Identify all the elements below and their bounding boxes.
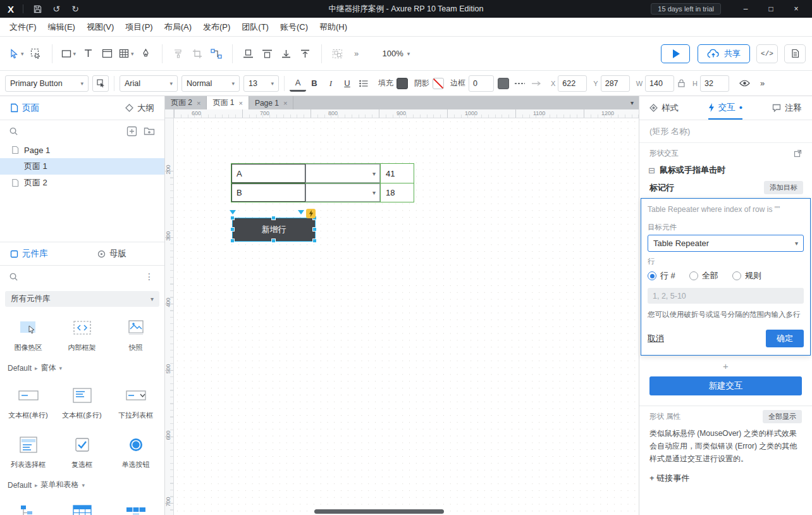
border-width-input[interactable] <box>469 75 494 92</box>
widget-inline-frame[interactable]: 内部框架 <box>55 312 109 352</box>
zoom-dropdown[interactable]: 100% ▾ <box>378 46 415 61</box>
close-tab-icon[interactable]: × <box>283 99 287 107</box>
collapse-icon[interactable]: ⊟ <box>648 166 655 175</box>
tab-masters[interactable]: 母版 <box>97 248 126 259</box>
add-target-button[interactable]: 添加目标 <box>764 181 803 194</box>
widget-snapshot[interactable]: 快照 <box>109 312 163 352</box>
menu-view[interactable]: 视图(V) <box>81 18 120 37</box>
event-header[interactable]: ⊟ 鼠标或手指单击时 <box>639 163 812 180</box>
underline-button[interactable]: U <box>339 75 355 92</box>
bullet-list-button[interactable] <box>355 75 372 92</box>
row-droplist[interactable]: ▾ <box>305 183 380 202</box>
repeater-row[interactable]: A ▾ 41 <box>231 164 414 183</box>
add-row-button-widget[interactable]: 新增行 <box>233 218 315 241</box>
selection-handle[interactable] <box>271 239 276 243</box>
format-painter-button[interactable] <box>169 44 188 64</box>
tab-outline[interactable]: 大纲 <box>125 102 154 114</box>
widget-hotspot[interactable]: 图像热区 <box>1 312 55 352</box>
close-tab-icon[interactable]: × <box>197 99 200 107</box>
close-tab-icon[interactable]: × <box>238 99 242 107</box>
group-button[interactable] <box>328 44 347 64</box>
cancel-button[interactable]: 取消 <box>648 333 664 344</box>
widget-list-box[interactable]: 列表选择框 <box>1 429 55 469</box>
arrow-style-button[interactable] <box>528 75 544 92</box>
action-summary[interactable]: Table Repeater where index of row is "" <box>648 204 804 218</box>
selection-handle[interactable] <box>312 239 317 243</box>
selection-handle[interactable] <box>312 227 317 232</box>
selection-handle[interactable] <box>271 216 276 220</box>
search-icon[interactable] <box>9 127 18 136</box>
font-color-button[interactable]: A <box>290 75 306 92</box>
widget-text-field[interactable]: 文本框(单行) <box>1 380 55 420</box>
widget-classic-table[interactable]: 经典表格 <box>55 497 109 515</box>
interaction-lightning-badge[interactable] <box>306 209 316 218</box>
menu-team[interactable]: 团队(T) <box>236 18 274 37</box>
save-icon[interactable] <box>32 4 42 14</box>
menu-publish[interactable]: 发布(P) <box>197 18 236 37</box>
close-button[interactable]: × <box>785 1 807 16</box>
library-group-header[interactable]: Default ▸ 菜单和表格 ▾ <box>0 469 164 492</box>
stylebar-more-button[interactable]: » <box>760 78 765 88</box>
visibility-eye-icon[interactable] <box>739 80 750 87</box>
horizontal-scrollbar-thumb[interactable] <box>314 509 444 514</box>
widget-text-area[interactable]: 文本框(多行) <box>55 380 109 420</box>
maximize-button[interactable]: □ <box>760 1 782 16</box>
font-family-dropdown[interactable]: Arial ▾ <box>120 75 178 92</box>
shadow-swatch[interactable] <box>433 78 444 89</box>
link-events-button[interactable]: + 链接事件 <box>639 465 812 492</box>
target-widget-dropdown[interactable]: Table Repeater ▾ <box>648 235 804 252</box>
fill-color-swatch[interactable] <box>397 78 408 89</box>
doc-tab[interactable]: 页面 2 × <box>165 96 207 109</box>
page-item[interactable]: Page 1 <box>0 142 164 158</box>
crop-tool-button[interactable] <box>188 44 207 64</box>
undo-icon[interactable]: ↺ <box>51 4 61 14</box>
page-item-selected[interactable]: 页面 1 <box>0 158 164 175</box>
add-folder-button[interactable] <box>143 125 156 137</box>
italic-button[interactable]: I <box>323 75 339 92</box>
widget-droplist[interactable]: 下拉列表框 <box>109 380 163 420</box>
row-droplist[interactable]: ▾ <box>305 164 380 183</box>
tab-style[interactable]: 样式 <box>649 96 679 120</box>
redo-icon[interactable]: ↻ <box>70 4 80 14</box>
border-style-button[interactable] <box>512 75 528 92</box>
selection-handle[interactable] <box>230 227 235 232</box>
selection-handle[interactable] <box>230 239 235 243</box>
toolbar-more-button[interactable]: » <box>347 44 366 64</box>
code-export-button[interactable]: </> <box>756 44 778 63</box>
search-icon[interactable] <box>9 272 18 282</box>
radio-all[interactable]: 全部 <box>689 270 718 282</box>
library-group-header[interactable]: Default ▸ 窗体 ▾ <box>0 352 164 375</box>
menu-help[interactable]: 帮助(H) <box>314 18 353 37</box>
row-value-cell[interactable]: 41 <box>380 164 414 183</box>
menu-file[interactable]: 文件(F) <box>4 18 42 37</box>
selection-handle[interactable] <box>230 216 235 220</box>
add-page-button[interactable] <box>125 125 138 137</box>
pen-tool-button[interactable] <box>137 44 156 64</box>
repeater-row[interactable]: B ▾ 18 <box>231 183 414 202</box>
library-filter-dropdown[interactable]: 所有元件库 ▾ <box>5 291 159 307</box>
doc-tab-active[interactable]: 页面 1 × <box>207 96 249 109</box>
width-input[interactable] <box>645 75 674 92</box>
widget-checkbox[interactable]: 复选框 <box>55 429 109 469</box>
style-preset-dropdown[interactable]: Primary Button ▾ <box>5 75 89 92</box>
select-tool-button[interactable]: ▾ <box>6 44 27 64</box>
align-bottom-button[interactable] <box>277 44 296 64</box>
share-button[interactable]: 共享 <box>698 44 750 63</box>
send-to-back-button[interactable] <box>239 44 258 64</box>
tab-interaction[interactable]: 交互 • <box>708 96 742 120</box>
table-tool-button[interactable]: ▾ <box>116 44 137 64</box>
connector-tool-button[interactable] <box>207 44 226 64</box>
repeater-table[interactable]: A ▾ 41 B ▾ 18 <box>231 163 414 202</box>
tab-widget-library[interactable]: 元件库 <box>10 248 48 259</box>
radio-rule[interactable]: 规则 <box>732 270 761 282</box>
widget-name-input[interactable] <box>649 127 802 136</box>
radio-row-number[interactable]: 行 # <box>648 270 675 282</box>
align-top-button[interactable] <box>296 44 315 64</box>
update-style-button[interactable] <box>92 75 109 92</box>
chevron-down-icon[interactable]: ▾ <box>73 51 77 57</box>
menu-edit[interactable]: 编辑(E) <box>42 18 81 37</box>
preview-button[interactable] <box>661 44 690 63</box>
show-all-button[interactable]: 全部显示 <box>763 410 802 423</box>
font-weight-dropdown[interactable]: Normal ▾ <box>181 75 240 92</box>
row-numbers-input[interactable] <box>648 288 804 304</box>
